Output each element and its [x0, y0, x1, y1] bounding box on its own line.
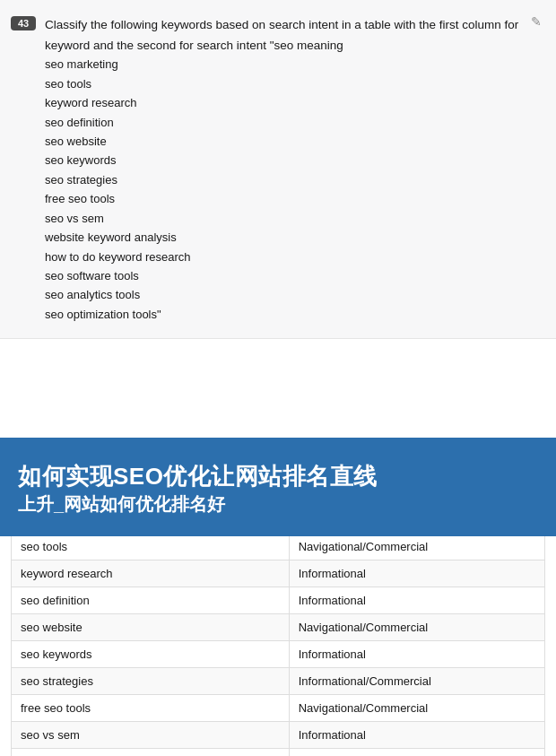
table-row: seo definitionInformational	[12, 587, 545, 614]
keyword-item: website keyword analysis	[45, 228, 522, 247]
table-row: seo keywordsInformational	[12, 641, 545, 668]
overlay-subtitle: 上升_网站如何优化排名好	[18, 492, 538, 516]
keyword-cell: seo vs sem	[12, 722, 290, 749]
keyword-item: seo tools	[45, 74, 522, 93]
keyword-item: seo strategies	[45, 170, 522, 189]
keyword-cell: seo strategies	[12, 668, 290, 695]
table-row: seo toolsNavigational/Commercial	[12, 534, 545, 560]
keyword-cell: seo tools	[12, 534, 290, 560]
keyword-item: seo optimization tools"	[45, 305, 522, 324]
chat-message-content: Classify the following keywords based on…	[45, 14, 522, 324]
intent-cell: Informational	[289, 560, 544, 587]
intent-cell: Navigational/Commercial	[289, 614, 544, 641]
intent-cell: Informational/Commercial	[289, 668, 544, 695]
prompt-title: Classify the following keywords based on…	[45, 18, 518, 52]
intent-cell: Informational	[289, 587, 544, 614]
table-row: free seo toolsNavigational/Commercial	[12, 695, 545, 722]
table-body: seo marketingNavigational/Commercialseo …	[12, 507, 545, 756]
keyword-item: seo definition	[45, 113, 522, 132]
response-block: 如何实现SEO优化让网站排名直线 上升_网站如何优化排名好 Here is th…	[0, 438, 556, 756]
table-row: seo strategiesInformational/Commercial	[12, 668, 545, 695]
keyword-item: seo website	[45, 132, 522, 151]
keyword-cell: free seo tools	[12, 695, 290, 722]
keyword-cell: seo definition	[12, 587, 290, 614]
keyword-item: seo analytics tools	[45, 285, 522, 304]
keyword-item: seo software tools	[45, 266, 522, 285]
edit-icon[interactable]: ✎	[531, 14, 542, 29]
overlay-banner: 如何实现SEO优化让网站排名直线 上升_网站如何优化排名好	[0, 438, 556, 536]
intent-cell: Informational	[289, 749, 544, 756]
keyword-cell: keyword research	[12, 560, 290, 587]
keyword-item: keyword research	[45, 93, 522, 112]
table-row: website keyword analysisInformational	[12, 749, 545, 756]
intent-cell: Informational	[289, 722, 544, 749]
keyword-cell: seo keywords	[12, 641, 290, 668]
table-row: keyword researchInformational	[12, 560, 545, 587]
keyword-item: seo marketing	[45, 55, 522, 74]
overlay-title: 如何实现SEO优化让网站排名直线	[18, 462, 538, 492]
keyword-item: seo vs sem	[45, 209, 522, 228]
chat-message-number: 43	[11, 16, 36, 30]
table-row: seo websiteNavigational/Commercial	[12, 614, 545, 641]
keyword-cell: seo website	[12, 614, 290, 641]
keyword-item: how to do keyword research	[45, 248, 522, 266]
keyword-item: seo keywords	[45, 151, 522, 169]
table-row: seo vs semInformational	[12, 722, 545, 749]
chat-message-block: 43 Classify the following keywords based…	[0, 0, 556, 339]
intent-cell: Navigational/Commercial	[289, 695, 544, 722]
keyword-item: free seo tools	[45, 189, 522, 208]
intent-cell: Informational	[289, 641, 544, 668]
intent-cell: Navigational/Commercial	[289, 534, 544, 560]
keyword-cell: website keyword analysis	[12, 749, 290, 756]
